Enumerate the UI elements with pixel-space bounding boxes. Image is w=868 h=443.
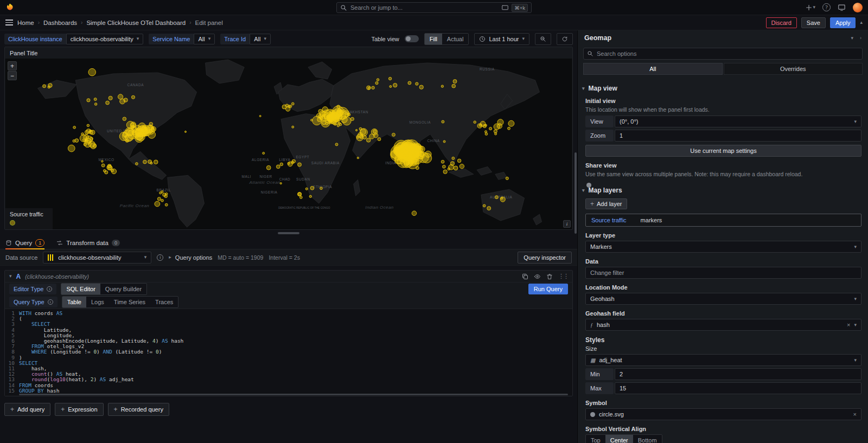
svg-text:CHAD: CHAD <box>279 177 291 181</box>
global-search[interactable]: ⌘+k <box>336 2 532 13</box>
min-input[interactable] <box>615 368 861 380</box>
layer-type-select[interactable]: Markers▾ <box>585 241 861 253</box>
code-lines[interactable]: WITH coords AS( SELECT Latitude, Longitu… <box>19 311 572 394</box>
legend-label: Source traffic <box>10 211 48 217</box>
chevron-down-icon: ▾ <box>208 36 211 41</box>
clear-icon[interactable]: × <box>853 411 857 418</box>
query-builder-option[interactable]: Query Builder <box>100 284 146 294</box>
map-attribution-icon[interactable]: i <box>563 220 571 228</box>
valign-bottom-option[interactable]: Bottom <box>633 435 662 443</box>
horizontal-scrollbar[interactable] <box>19 394 568 395</box>
map-zoom-control: + − <box>8 61 17 80</box>
svg-text:MALI: MALI <box>241 175 251 178</box>
map-zoom-in-button[interactable]: + <box>8 61 17 70</box>
tab-transform-data[interactable]: Transform data 0 <box>56 236 120 249</box>
var-service-name[interactable]: Service Name All▾ <box>149 34 215 44</box>
view-select[interactable]: (0°, 0°)▾ <box>615 115 861 127</box>
options-search-input[interactable] <box>597 50 859 57</box>
expression-button[interactable]: +Expression <box>55 403 103 416</box>
scrollbar[interactable] <box>575 152 577 234</box>
tab-overrides[interactable]: Overrides <box>724 63 863 75</box>
layer-name[interactable]: Source traffic <box>591 217 627 223</box>
collapse-pane-icon[interactable]: › <box>860 36 861 41</box>
valign-top-option[interactable]: Top <box>586 435 605 443</box>
datasource-info-icon[interactable]: i <box>157 254 163 261</box>
location-mode-label: Location Mode <box>585 284 861 291</box>
drag-handle[interactable]: ⋮⋮ <box>558 273 568 280</box>
use-current-map-settings-button[interactable]: Use current map settings <box>585 145 861 157</box>
max-field-label: Max <box>585 382 614 394</box>
collapse-top-icon[interactable]: ▴ <box>860 20 863 25</box>
query-header[interactable]: ▾ A (clickhouse-observability) ⋮⋮ <box>5 271 572 283</box>
valign-center-option[interactable]: Center <box>605 435 633 443</box>
layer-row[interactable]: Source traffic markers <box>585 214 861 227</box>
plus-icon: + <box>114 406 118 413</box>
recorded-query-button[interactable]: +Recorded query <box>108 403 169 416</box>
data-filter[interactable]: Change filter <box>585 267 861 279</box>
global-search-input[interactable] <box>350 4 499 11</box>
clear-icon[interactable]: × <box>847 322 850 328</box>
tab-query[interactable]: Query 1 <box>5 236 44 249</box>
var-trace-id[interactable]: Trace Id All▾ <box>220 34 271 44</box>
zoom-out-time-button[interactable] <box>535 33 551 45</box>
monitor-icon[interactable] <box>838 4 846 11</box>
zoom-input[interactable] <box>615 130 861 142</box>
size-field-select[interactable]: ▦adj_heat▾ <box>585 354 861 366</box>
traces-option[interactable]: Traces <box>150 297 178 307</box>
table-view-toggle[interactable] <box>405 35 419 42</box>
max-input[interactable] <box>615 382 861 394</box>
logs-option[interactable]: Logs <box>86 297 109 307</box>
fill-option[interactable]: Fill <box>425 34 442 44</box>
menu-toggle-icon[interactable] <box>5 20 13 25</box>
location-mode-select[interactable]: Geohash▾ <box>585 293 861 305</box>
avatar[interactable] <box>853 3 863 12</box>
help-icon[interactable]: ? <box>822 3 831 11</box>
map-zoom-out-button[interactable]: − <box>8 71 17 80</box>
query-options-md: MD = auto = 1909 <box>218 254 263 261</box>
section-map-layers[interactable]: ▾Map layers <box>582 187 861 194</box>
query-options-toggle[interactable]: ▸ Query options <box>169 254 212 261</box>
hide-response-icon[interactable] <box>534 273 541 280</box>
apply-button[interactable]: Apply <box>830 17 856 28</box>
world-map[interactable]: RUSSIACANADAUNITED STATESMEXICOKAZAKHSTA… <box>5 59 572 229</box>
table-option[interactable]: Table <box>62 297 86 307</box>
visualization-picker[interactable]: Geomap <box>584 34 611 42</box>
remove-query-icon[interactable] <box>546 273 553 280</box>
save-button[interactable]: Save <box>801 17 826 28</box>
options-scroll-area[interactable]: ▾Map view Initial view This location wil… <box>578 75 868 443</box>
sql-editor-option[interactable]: SQL Editor <box>61 284 100 294</box>
section-map-view[interactable]: ▾Map view <box>582 85 861 92</box>
tab-all[interactable]: All <box>583 63 723 75</box>
add-layer-button[interactable]: +Add layer <box>585 198 627 209</box>
grafana-logo[interactable] <box>5 3 15 12</box>
var-clickhouse-instance[interactable]: ClickHouse instance clickhouse-observabi… <box>4 34 143 44</box>
datasource-picker[interactable]: clickhouse-observability ▾ <box>43 252 151 264</box>
panel-resize-handle[interactable] <box>0 230 577 236</box>
geomap-panel[interactable]: Panel Title <box>4 47 573 230</box>
svg-text:Atlantic Ocean: Atlantic Ocean <box>248 180 280 185</box>
add-query-button[interactable]: +Add query <box>4 403 50 416</box>
breadcrumb-home[interactable]: Home <box>17 20 34 26</box>
time-series-option[interactable]: Time Series <box>109 297 150 307</box>
sql-code-editor[interactable]: 123456789101112131415 WITH coords AS( SE… <box>5 309 572 396</box>
run-query-button[interactable]: Run Query <box>528 284 568 294</box>
chevron-down-icon[interactable]: ▾ <box>851 36 853 41</box>
share-view-desc: Use the same view across multiple panels… <box>585 170 861 178</box>
chevron-down-icon[interactable]: ▾ <box>9 274 12 279</box>
chevron-down-icon: ▾ <box>264 36 266 41</box>
min-field-label: Min <box>585 368 614 380</box>
breadcrumb-bar: Home › Dashboards › Simple ClickHouse OT… <box>0 15 868 30</box>
panel-title[interactable]: Panel Title <box>5 47 572 59</box>
actual-option[interactable]: Actual <box>442 34 469 44</box>
time-range-picker[interactable]: Last 1 hour ▾ <box>474 33 529 45</box>
breadcrumb-dashboard-name[interactable]: Simple ClickHouse OTel Dashboard <box>86 20 186 26</box>
refresh-button[interactable] <box>557 33 573 45</box>
breadcrumb-dashboards[interactable]: Dashboards <box>43 20 77 26</box>
query-inspector-button[interactable]: Query inspector <box>518 252 572 264</box>
symbol-select[interactable]: circle.svg× <box>585 408 861 420</box>
add-menu-button[interactable]: ▾ <box>805 4 815 11</box>
duplicate-query-icon[interactable] <box>522 273 528 280</box>
discard-button[interactable]: Discard <box>766 17 797 28</box>
options-search[interactable] <box>583 48 863 60</box>
geohash-field-select[interactable]: ƒhash×▾ <box>585 319 861 331</box>
